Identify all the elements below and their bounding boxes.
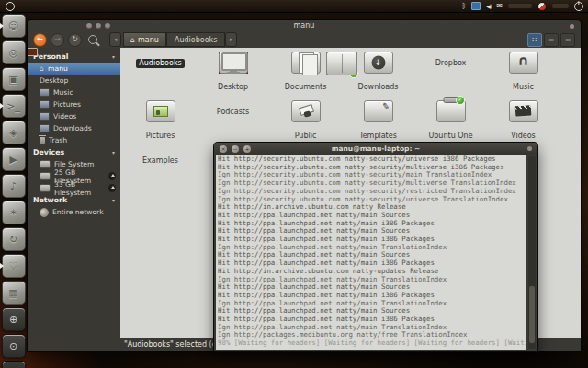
terminal-title-dot-icon [527, 146, 532, 151]
desktop-icon [28, 48, 38, 56]
icon-view-button[interactable]: ∷ [527, 33, 542, 47]
web-browser-icon[interactable]: ◎ [2, 40, 26, 64]
search-icon[interactable] [88, 35, 97, 44]
file-label-text: Public [292, 132, 320, 141]
sidebar-item-desktop[interactable]: Desktop [28, 75, 120, 86]
list-view-button[interactable]: ≡ [544, 33, 559, 47]
file-item-ubuntu-one[interactable]: ✓Ubuntu One [414, 100, 487, 142]
home-icon: ⌂ [40, 65, 44, 73]
drive-icon [40, 184, 51, 192]
mail-icon[interactable]: ✉ [496, 3, 503, 10]
reload-button[interactable]: ↻ [68, 33, 82, 47]
clock-text[interactable] [508, 4, 532, 8]
collapse-arrow-icon[interactable]: ▾ [112, 53, 115, 60]
running-indicator-icon [0, 103, 4, 109]
sidebar-item-label: Videos [53, 112, 76, 121]
sidebar-item-videos[interactable]: Videos [28, 110, 120, 122]
breadcrumb-home[interactable]: ⌂ manu [123, 32, 166, 47]
display-icon[interactable] [471, 2, 481, 10]
sidebar-item-manu[interactable]: ⌂manu [28, 63, 120, 75]
app-icon[interactable]: ✶ [2, 201, 26, 224]
file-label-text: Podcasts [214, 108, 252, 117]
image-editor-icon[interactable]: ◈ [2, 121, 26, 144]
session-text[interactable] [552, 4, 569, 8]
breadcrumb: ◂ ⌂ manu Audiobooks ▸ [109, 32, 237, 47]
file-item-podcasts[interactable]: Podcasts [197, 100, 269, 142]
file-item-audiobooks[interactable]: Audiobooks [124, 52, 197, 93]
file-label: Podcasts [197, 100, 269, 118]
workspaces-icon[interactable]: ▦ [2, 281, 26, 305]
network-icon [40, 208, 49, 217]
photo-icon [40, 124, 50, 132]
back-button[interactable]: ← [33, 33, 47, 47]
sidebar-item-trash[interactable]: Trash [28, 134, 120, 146]
file-item-desktop[interactable]: Desktop [197, 52, 269, 93]
file-item-pictures[interactable]: Pictures [124, 100, 197, 142]
fm-titlebar[interactable]: manu [28, 20, 581, 31]
file-item-examples[interactable]: Examples [124, 149, 197, 167]
sidebar-item-downloads[interactable]: Downloads [28, 122, 120, 134]
file-label: Dropbox [414, 52, 487, 69]
file-item-public[interactable]: Public [269, 100, 342, 142]
desktop-scr [221, 52, 247, 71]
screenshot-icon[interactable]: ▣ [2, 67, 26, 91]
launcher-item-workspaces: ▦ [0, 281, 27, 305]
zoom-in-icon[interactable]: ⊕ [2, 307, 26, 331]
terminal-scrollbar-thumb[interactable] [529, 286, 535, 343]
zoom-out-icon[interactable]: ⊙ [2, 334, 26, 358]
sidebar-item-label: Entire network [52, 208, 104, 216]
file-label: Ubuntu One [414, 124, 487, 142]
collapse-arrow-icon[interactable]: ▾ [112, 197, 115, 203]
file-label: Examples [124, 149, 197, 167]
breadcrumb-right-arrow[interactable]: ▸ [225, 32, 237, 47]
eject-icon[interactable] [108, 184, 116, 192]
downloads-folder-icon: ↓ [364, 52, 393, 74]
forward-button[interactable]: → [51, 33, 64, 47]
file-label-text: Pictures [143, 132, 178, 141]
sidebar-section-personal[interactable]: Personal▾ [28, 51, 120, 63]
eject-icon[interactable] [108, 172, 116, 180]
launcher-item-social: ♡ [0, 254, 27, 278]
sidebar-item-pictures[interactable]: Pictures [28, 98, 120, 110]
file-label: Templates [342, 124, 414, 142]
breadcrumb-folder[interactable]: Audiobooks [166, 32, 225, 47]
compact-view-button[interactable]: ≡ [560, 33, 575, 47]
drive-icon [40, 160, 51, 168]
indicator-ball-icon[interactable] [537, 2, 547, 11]
media-player-icon[interactable]: ▶ [2, 147, 26, 171]
drive-icon [40, 172, 51, 180]
sidebar-item-33-gb-filesystem[interactable]: 33 GB Filesystem [28, 182, 120, 194]
launcher-item-terminal: >_ [0, 94, 27, 118]
file-item-templates[interactable]: ✎Templates [342, 100, 414, 142]
page [302, 54, 318, 75]
file-item-music[interactable]: ∩Music [487, 52, 560, 93]
social-icon[interactable]: ♡ [2, 254, 26, 278]
terminal-icon[interactable]: >_ [2, 94, 26, 118]
files-app-icon[interactable]: ☺ [2, 14, 26, 38]
file-item-videos[interactable]: Videos [487, 100, 560, 142]
collapse-arrow-icon[interactable]: ▾ [112, 149, 115, 155]
sidebar-item-entire-network[interactable]: Entire network [28, 206, 120, 218]
volume-icon[interactable]: ◀) [486, 3, 491, 9]
ubuntu-logo-icon[interactable] [6, 2, 15, 11]
bluetooth-icon[interactable]: ᛒ [462, 3, 467, 10]
file-item-dropbox[interactable]: ✓Dropbox [414, 52, 487, 93]
launcher-item-removable-drive: ▬ [0, 361, 27, 368]
sync-icon[interactable]: ↻ [2, 227, 26, 251]
file-label: Audiobooks [124, 52, 197, 69]
breadcrumb-left-arrow[interactable]: ◂ [109, 32, 121, 47]
top-panel: ᛒ ◀) ✉ [0, 0, 588, 13]
sidebar-item-music[interactable]: Music [28, 86, 120, 98]
sidebar-section-devices[interactable]: Devices▾ [28, 146, 120, 158]
public-folder-icon [291, 100, 321, 122]
launcher-item-media-player: ▶ [0, 147, 27, 171]
power-icon[interactable] [574, 2, 583, 11]
sidebar-item-label: Music [53, 88, 74, 97]
terminal-titlebar[interactable]: × − + manu@manu-laptop: ~ [214, 143, 537, 155]
terminal-scrollbar[interactable] [528, 156, 536, 349]
music-player-icon[interactable]: ♪ [2, 174, 26, 198]
launcher-item-sync: ↻ [0, 227, 27, 251]
removable-drive-icon[interactable]: ▬ [2, 361, 26, 368]
sidebar-item-label: manu [48, 64, 68, 73]
terminal-output[interactable]: Hit http://security.ubuntu.com natty-sec… [216, 155, 526, 350]
